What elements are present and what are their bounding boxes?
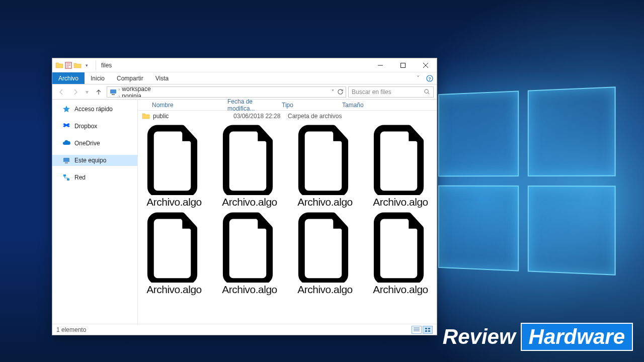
forward-button[interactable] [69,86,82,98]
sidebar-item-network[interactable]: Red [52,172,137,183]
address-bar[interactable]: › Este equipo › Disco local (C:) › Usuar… [107,86,346,98]
file-item[interactable]: Archivo.algo [291,212,359,299]
sidebar-item-label: Este equipo [74,157,106,164]
file-icon [370,125,431,195]
file-icon [370,212,431,283]
address-dropdown-icon[interactable]: ˅ [332,89,334,95]
up-button[interactable] [93,86,105,98]
file-icon [219,125,280,195]
svg-rect-1 [400,63,405,67]
ribbon-tabs: Archivo Inicio Compartir Vista ˅ ? [52,72,437,84]
maximize-button[interactable] [391,58,414,72]
search-input[interactable]: Buscar en files [348,86,434,98]
file-icon [219,212,280,283]
search-placeholder: Buscar en files [352,88,421,96]
col-name[interactable]: Nombre [152,102,227,109]
svg-rect-4 [110,89,116,94]
qat-newfolder-icon[interactable] [73,61,82,69]
row-date: 03/06/2018 22:28 [233,113,288,120]
status-count: 1 elemento [56,326,86,333]
svg-rect-5 [112,94,115,95]
file-icon [295,212,355,283]
file-label: Archivo.algo [373,284,428,296]
column-headers[interactable]: Nombre Fecha de modifica... Tipo Tamaño [138,100,437,111]
view-icons-button[interactable] [423,326,433,334]
navigation-bar: ▾ › Este equipo › Disco local (C:) › Usu… [52,84,437,100]
file-item[interactable]: Archivo.algo [140,125,208,211]
folder-icon [142,112,150,120]
pc-icon [62,156,70,164]
file-label: Archivo.algo [297,284,353,296]
svg-rect-9 [63,174,66,176]
file-item[interactable]: Archivo.algo [366,212,435,299]
breadcrumb-segment[interactable]: › poninja [118,93,163,98]
file-icon [295,125,355,195]
sidebar-item-label: Acceso rápido [74,106,113,113]
file-item[interactable]: Archivo.algo [291,125,359,211]
sidebar-item-onedrive[interactable]: OneDrive [52,138,137,149]
col-type[interactable]: Tipo [282,102,342,109]
help-icon[interactable]: ? [423,72,437,84]
breadcrumb-segment[interactable]: › workspace [118,86,163,93]
refresh-icon[interactable] [337,88,344,95]
content-pane: Nombre Fecha de modifica... Tipo Tamaño … [138,100,437,324]
svg-rect-11 [425,328,427,329]
svg-rect-7 [63,158,69,162]
file-item[interactable]: Archivo.algo [215,125,284,211]
recent-dropdown-icon[interactable]: ▾ [84,86,91,98]
close-button[interactable] [414,58,437,72]
svg-rect-13 [425,330,427,332]
qat-dropdown-icon[interactable]: ▾ [83,61,91,69]
file-label: Archivo.algo [146,284,202,296]
row-name: public [153,113,233,120]
file-label: Archivo.algo [373,196,428,208]
sidebar-item-thispc[interactable]: Este equipo [52,155,137,166]
ribbon-expand-icon[interactable]: ˅ [414,72,423,84]
col-modified[interactable]: Fecha de modifica... [227,98,282,112]
file-item[interactable]: Archivo.algo [140,212,208,299]
watermark-badge: Review Hardware [443,323,633,351]
windows-logo [438,86,616,276]
status-bar: 1 elemento [52,324,437,335]
file-label: Archivo.algo [222,196,277,208]
svg-rect-14 [428,330,430,332]
network-icon [62,173,70,182]
tab-share[interactable]: Compartir [111,72,149,84]
minimize-button[interactable] [369,58,391,72]
file-item[interactable]: Archivo.algo [366,125,435,211]
sidebar-item-label: OneDrive [74,140,100,147]
sidebar-item-label: Red [74,174,86,181]
folder-icon [55,61,63,69]
sidebar-item-dropbox[interactable]: Dropbox [52,121,137,132]
file-explorer-window: ▾ files Archivo Inicio Compartir Vista ˅… [52,58,437,335]
list-row-public[interactable]: public 03/06/2018 22:28 Carpeta de archi… [138,111,437,122]
svg-point-6 [425,89,428,93]
file-icon [144,125,204,195]
tab-file[interactable]: Archivo [52,72,85,84]
col-size[interactable]: Tamaño [342,102,377,109]
watermark-review: Review [443,325,516,349]
cloud-icon [62,139,70,147]
titlebar[interactable]: ▾ files [52,58,437,72]
file-label: Archivo.algo [222,284,277,296]
sidebar-item-quickaccess[interactable]: Acceso rápido [52,104,137,115]
row-type: Carpeta de archivos [288,113,358,120]
star-icon [62,105,70,113]
svg-rect-12 [428,328,430,329]
tab-home[interactable]: Inicio [85,72,111,84]
svg-text:?: ? [428,76,431,81]
file-label: Archivo.algo [297,196,353,208]
pc-icon [109,88,117,96]
svg-rect-10 [67,178,69,180]
file-icon [144,212,204,283]
qat-properties-icon[interactable] [64,61,72,69]
file-item[interactable]: Archivo.algo [215,212,284,299]
back-button[interactable] [55,86,67,98]
view-details-button[interactable] [412,326,422,334]
dropbox-icon [62,122,70,130]
file-grid: Archivo.algoArchivo.algoArchivo.algoArch… [138,122,437,324]
file-label: Archivo.algo [146,196,202,208]
tab-view[interactable]: Vista [149,72,175,84]
navigation-sidebar: Acceso rápido Dropbox OneDrive [52,100,138,324]
sidebar-item-label: Dropbox [74,123,97,130]
